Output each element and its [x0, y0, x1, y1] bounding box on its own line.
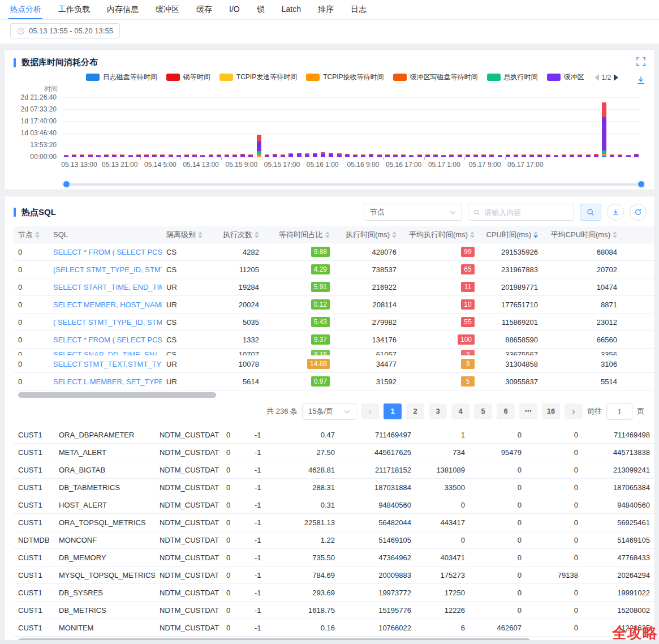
bar-segment-orange [257, 154, 261, 157]
nav-tab-内存信息[interactable]: 内存信息 [98, 0, 147, 19]
search-input[interactable] [483, 208, 568, 217]
column-header-CPU时间(ms)[interactable]: CPU时间(ms) [479, 226, 542, 243]
cell-avg-exec-time: 2 [401, 349, 479, 356]
bar-segment-purple [200, 156, 205, 157]
cell-wait-pct: 4.29 [264, 261, 334, 278]
column-header-平均执行时间(ms)[interactable]: 平均执行时间(ms) [401, 226, 479, 243]
sort-carets-icon[interactable] [613, 231, 617, 238]
column-header-执行时间(ms)[interactable]: 执行时间(ms) [334, 226, 401, 243]
table-row: CUST1ORA_TOPSQL_METRICSNDTM_CUSTDAT0-122… [14, 514, 654, 531]
page-button-16[interactable]: 16 [542, 403, 560, 419]
cell-avg-cpu-time: 66560 [542, 331, 622, 349]
chart-bar [281, 154, 285, 157]
sort-carets-icon[interactable] [392, 231, 397, 238]
legend-prev-icon[interactable] [595, 74, 599, 81]
page-button-3[interactable]: 3 [429, 403, 447, 419]
more-pages-button[interactable]: ⋯ [519, 403, 537, 419]
nav-tab-排序[interactable]: 排序 [309, 0, 342, 19]
legend-next-icon[interactable] [614, 74, 618, 81]
nav-tab-Latch[interactable]: Latch [273, 0, 309, 19]
nav-tab-I/O[interactable]: I/O [221, 0, 248, 19]
bar-segment-purple [570, 155, 574, 157]
column-header-平均CPU时间(ms)[interactable]: 平均CPU时间(ms) [542, 226, 622, 243]
datazoom-track[interactable] [66, 183, 642, 186]
page-size-select[interactable]: 15条/页 [302, 403, 356, 420]
nav-tab-锁[interactable]: 锁 [248, 0, 273, 19]
bar-segment-purple [385, 155, 390, 157]
sort-carets-icon[interactable] [35, 231, 40, 238]
cell-node: 0 [14, 261, 49, 278]
next-page-button[interactable]: › [565, 403, 583, 419]
sort-carets-icon[interactable] [533, 231, 538, 238]
sql-link[interactable]: (SELECT STMT_TYPE_ID, STMT_... [53, 265, 162, 274]
sql-link[interactable]: ( SELECT STMT_TYPE_ID, STMT... [53, 318, 162, 327]
sql-link[interactable]: SELECT START_TIME, END_TIM... [53, 283, 162, 291]
cell: -1 [250, 426, 283, 444]
refresh-button[interactable] [630, 204, 647, 221]
node-select[interactable]: 节点 [364, 204, 462, 221]
cell: 19973772 [339, 584, 416, 602]
sql-link[interactable]: SELECT STMT_TEXT,STMT_TYP... [53, 360, 162, 368]
cell: 1381089 [416, 461, 470, 479]
column-header-SQL[interactable]: SQL [49, 226, 162, 243]
legend-item[interactable]: 总执行时间 [487, 72, 538, 82]
search-button[interactable] [580, 204, 601, 221]
scrollbar-thumb[interactable] [18, 392, 216, 398]
legend-item[interactable]: 缓冲区 [547, 72, 584, 82]
sql-link[interactable]: SELECT SNAP_DD_TIME, SNAP... [53, 350, 157, 355]
page-button-4[interactable]: 4 [451, 403, 470, 419]
page-button-1[interactable]: 1 [384, 403, 402, 419]
legend-item[interactable]: 日志磁盘等待时间 [86, 72, 157, 82]
legend-item[interactable]: TCPIP接收等待时间 [306, 72, 384, 82]
sort-carets-icon[interactable] [198, 231, 203, 238]
bar-segment-purple [136, 155, 141, 157]
sort-carets-icon[interactable] [470, 231, 475, 238]
nav-tab-缓冲区[interactable]: 缓冲区 [147, 0, 188, 19]
cell: 735.50 [283, 549, 339, 566]
legend-item[interactable]: 锁等时间 [166, 72, 210, 82]
page-hscrollbar[interactable] [0, 640, 659, 644]
cell: -1 [250, 496, 283, 514]
nav-tab-工作负载[interactable]: 工作负载 [50, 0, 98, 19]
prev-page-button[interactable]: ‹ [361, 403, 379, 419]
goto-page-input[interactable] [606, 403, 632, 420]
date-range-picker[interactable]: 05.13 13:55 - 05.20 13:55 [10, 23, 120, 38]
table-download-button[interactable] [607, 204, 624, 221]
cell: -1 [250, 602, 283, 619]
datazoom-handle-right[interactable] [637, 180, 645, 188]
sql-link[interactable]: SELECT * FROM ( SELECT PCS.S... [53, 336, 162, 344]
column-header-节点[interactable]: 节点 [14, 226, 49, 243]
chart-bar [136, 154, 141, 157]
cell: 12226 [416, 602, 470, 619]
page-button-6[interactable]: 6 [497, 403, 515, 419]
cell-avg-exec-time: 99 [401, 243, 479, 261]
page-button-5[interactable]: 5 [474, 403, 492, 419]
legend-item[interactable]: 缓冲区写磁盘等待时间 [393, 72, 478, 82]
sort-carets-icon[interactable] [325, 231, 330, 238]
gridline [62, 133, 640, 134]
column-header-label: SQL [53, 230, 68, 239]
hot-sql-table: 节点SQL隔离级别执行次数等待时间占比执行时间(ms)平均执行时间(ms)CPU… [14, 226, 654, 390]
column-header-等待时间占比[interactable]: 等待时间占比 [264, 226, 334, 243]
fullscreen-icon[interactable] [636, 57, 645, 68]
sort-carets-icon[interactable] [255, 231, 259, 238]
sql-link[interactable]: SELECT MEMBER, HOST_NAME... [53, 300, 162, 309]
datazoom-handle-left[interactable] [62, 180, 71, 188]
datazoom-slider [62, 179, 645, 190]
cell: NDTM_CUSTDAT [155, 531, 222, 549]
cell-node: 0 [14, 278, 49, 296]
page-button-2[interactable]: 2 [406, 403, 424, 419]
column-header-隔离级别[interactable]: 隔离级别 [162, 226, 214, 243]
cell: CUST1 [14, 479, 54, 496]
column-header-执行次数[interactable]: 执行次数 [214, 226, 264, 243]
nav-tab-缓存[interactable]: 缓存 [188, 0, 221, 19]
nav-tab-日志[interactable]: 日志 [342, 0, 375, 19]
nav-tab-热点分析[interactable]: 热点分析 [1, 0, 50, 19]
legend-item[interactable]: TCPIP发送等待时间 [219, 72, 297, 82]
cell: CUST1 [14, 461, 54, 479]
chart-bar [144, 154, 149, 157]
sql-link[interactable]: SELECT * FROM ( SELECT PCS.S... [53, 248, 162, 256]
axis-tick [221, 157, 222, 160]
chart-bar [104, 154, 109, 157]
sql-link[interactable]: SELECT L.MEMBER, SET_TYPE, ... [53, 377, 162, 386]
